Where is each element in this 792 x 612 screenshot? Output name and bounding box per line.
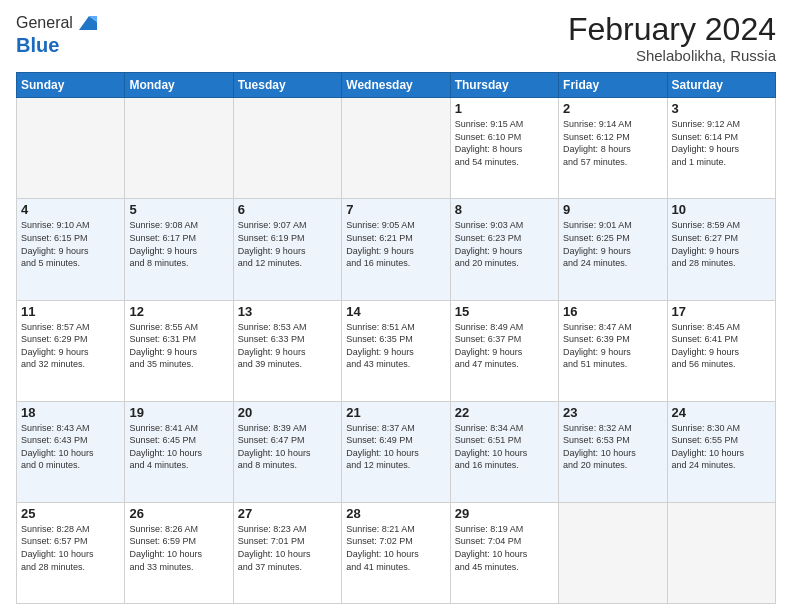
day-number: 28 xyxy=(346,506,445,521)
calendar-cell: 11Sunrise: 8:57 AM Sunset: 6:29 PM Dayli… xyxy=(17,300,125,401)
day-info: Sunrise: 8:57 AM Sunset: 6:29 PM Dayligh… xyxy=(21,321,120,371)
day-number: 26 xyxy=(129,506,228,521)
calendar-week-row: 11Sunrise: 8:57 AM Sunset: 6:29 PM Dayli… xyxy=(17,300,776,401)
calendar-cell: 16Sunrise: 8:47 AM Sunset: 6:39 PM Dayli… xyxy=(559,300,667,401)
day-info: Sunrise: 8:41 AM Sunset: 6:45 PM Dayligh… xyxy=(129,422,228,472)
weekday-header: Friday xyxy=(559,73,667,98)
calendar-cell: 29Sunrise: 8:19 AM Sunset: 7:04 PM Dayli… xyxy=(450,502,558,603)
day-info: Sunrise: 8:26 AM Sunset: 6:59 PM Dayligh… xyxy=(129,523,228,573)
day-number: 10 xyxy=(672,202,771,217)
calendar-cell: 17Sunrise: 8:45 AM Sunset: 6:41 PM Dayli… xyxy=(667,300,775,401)
calendar-week-row: 4Sunrise: 9:10 AM Sunset: 6:15 PM Daylig… xyxy=(17,199,776,300)
day-number: 4 xyxy=(21,202,120,217)
day-number: 27 xyxy=(238,506,337,521)
calendar-week-row: 25Sunrise: 8:28 AM Sunset: 6:57 PM Dayli… xyxy=(17,502,776,603)
day-info: Sunrise: 9:08 AM Sunset: 6:17 PM Dayligh… xyxy=(129,219,228,269)
day-info: Sunrise: 8:51 AM Sunset: 6:35 PM Dayligh… xyxy=(346,321,445,371)
day-number: 25 xyxy=(21,506,120,521)
calendar-cell: 3Sunrise: 9:12 AM Sunset: 6:14 PM Daylig… xyxy=(667,98,775,199)
day-number: 16 xyxy=(563,304,662,319)
day-number: 14 xyxy=(346,304,445,319)
day-number: 13 xyxy=(238,304,337,319)
calendar-header-row: SundayMondayTuesdayWednesdayThursdayFrid… xyxy=(17,73,776,98)
calendar-cell: 25Sunrise: 8:28 AM Sunset: 6:57 PM Dayli… xyxy=(17,502,125,603)
day-info: Sunrise: 8:53 AM Sunset: 6:33 PM Dayligh… xyxy=(238,321,337,371)
day-number: 12 xyxy=(129,304,228,319)
day-info: Sunrise: 8:28 AM Sunset: 6:57 PM Dayligh… xyxy=(21,523,120,573)
day-number: 22 xyxy=(455,405,554,420)
calendar-cell: 10Sunrise: 8:59 AM Sunset: 6:27 PM Dayli… xyxy=(667,199,775,300)
calendar-cell: 23Sunrise: 8:32 AM Sunset: 6:53 PM Dayli… xyxy=(559,401,667,502)
day-number: 29 xyxy=(455,506,554,521)
day-info: Sunrise: 8:34 AM Sunset: 6:51 PM Dayligh… xyxy=(455,422,554,472)
day-info: Sunrise: 8:55 AM Sunset: 6:31 PM Dayligh… xyxy=(129,321,228,371)
calendar-cell: 12Sunrise: 8:55 AM Sunset: 6:31 PM Dayli… xyxy=(125,300,233,401)
calendar-cell: 2Sunrise: 9:14 AM Sunset: 6:12 PM Daylig… xyxy=(559,98,667,199)
calendar-cell: 18Sunrise: 8:43 AM Sunset: 6:43 PM Dayli… xyxy=(17,401,125,502)
day-number: 19 xyxy=(129,405,228,420)
day-number: 7 xyxy=(346,202,445,217)
page: General Blue February 2024 Shelabolikha,… xyxy=(0,0,792,612)
day-number: 20 xyxy=(238,405,337,420)
calendar-cell: 6Sunrise: 9:07 AM Sunset: 6:19 PM Daylig… xyxy=(233,199,341,300)
calendar-cell: 8Sunrise: 9:03 AM Sunset: 6:23 PM Daylig… xyxy=(450,199,558,300)
calendar-cell: 28Sunrise: 8:21 AM Sunset: 7:02 PM Dayli… xyxy=(342,502,450,603)
day-info: Sunrise: 8:23 AM Sunset: 7:01 PM Dayligh… xyxy=(238,523,337,573)
calendar-title: February 2024 xyxy=(568,12,776,47)
calendar-cell xyxy=(17,98,125,199)
day-info: Sunrise: 8:37 AM Sunset: 6:49 PM Dayligh… xyxy=(346,422,445,472)
day-info: Sunrise: 8:39 AM Sunset: 6:47 PM Dayligh… xyxy=(238,422,337,472)
logo-icon xyxy=(75,12,97,34)
day-info: Sunrise: 9:01 AM Sunset: 6:25 PM Dayligh… xyxy=(563,219,662,269)
logo-general-text: General xyxy=(16,14,73,32)
day-info: Sunrise: 9:03 AM Sunset: 6:23 PM Dayligh… xyxy=(455,219,554,269)
calendar-cell: 27Sunrise: 8:23 AM Sunset: 7:01 PM Dayli… xyxy=(233,502,341,603)
day-number: 6 xyxy=(238,202,337,217)
weekday-header: Monday xyxy=(125,73,233,98)
day-info: Sunrise: 8:49 AM Sunset: 6:37 PM Dayligh… xyxy=(455,321,554,371)
calendar-cell: 4Sunrise: 9:10 AM Sunset: 6:15 PM Daylig… xyxy=(17,199,125,300)
day-number: 3 xyxy=(672,101,771,116)
calendar-cell xyxy=(559,502,667,603)
day-info: Sunrise: 8:21 AM Sunset: 7:02 PM Dayligh… xyxy=(346,523,445,573)
day-number: 2 xyxy=(563,101,662,116)
calendar-cell: 14Sunrise: 8:51 AM Sunset: 6:35 PM Dayli… xyxy=(342,300,450,401)
day-info: Sunrise: 9:05 AM Sunset: 6:21 PM Dayligh… xyxy=(346,219,445,269)
day-info: Sunrise: 9:14 AM Sunset: 6:12 PM Dayligh… xyxy=(563,118,662,168)
day-number: 23 xyxy=(563,405,662,420)
day-info: Sunrise: 9:12 AM Sunset: 6:14 PM Dayligh… xyxy=(672,118,771,168)
day-info: Sunrise: 8:32 AM Sunset: 6:53 PM Dayligh… xyxy=(563,422,662,472)
day-info: Sunrise: 8:19 AM Sunset: 7:04 PM Dayligh… xyxy=(455,523,554,573)
calendar-cell: 20Sunrise: 8:39 AM Sunset: 6:47 PM Dayli… xyxy=(233,401,341,502)
calendar-cell: 15Sunrise: 8:49 AM Sunset: 6:37 PM Dayli… xyxy=(450,300,558,401)
day-info: Sunrise: 8:59 AM Sunset: 6:27 PM Dayligh… xyxy=(672,219,771,269)
calendar-cell: 5Sunrise: 9:08 AM Sunset: 6:17 PM Daylig… xyxy=(125,199,233,300)
day-number: 17 xyxy=(672,304,771,319)
calendar-cell: 24Sunrise: 8:30 AM Sunset: 6:55 PM Dayli… xyxy=(667,401,775,502)
logo: General Blue xyxy=(16,12,97,57)
title-block: February 2024 Shelabolikha, Russia xyxy=(568,12,776,64)
day-info: Sunrise: 8:30 AM Sunset: 6:55 PM Dayligh… xyxy=(672,422,771,472)
calendar-table: SundayMondayTuesdayWednesdayThursdayFrid… xyxy=(16,72,776,604)
day-number: 8 xyxy=(455,202,554,217)
calendar-week-row: 18Sunrise: 8:43 AM Sunset: 6:43 PM Dayli… xyxy=(17,401,776,502)
calendar-subtitle: Shelabolikha, Russia xyxy=(568,47,776,64)
day-info: Sunrise: 9:15 AM Sunset: 6:10 PM Dayligh… xyxy=(455,118,554,168)
calendar-cell xyxy=(233,98,341,199)
calendar-cell: 19Sunrise: 8:41 AM Sunset: 6:45 PM Dayli… xyxy=(125,401,233,502)
calendar-cell: 9Sunrise: 9:01 AM Sunset: 6:25 PM Daylig… xyxy=(559,199,667,300)
day-number: 1 xyxy=(455,101,554,116)
calendar-cell: 13Sunrise: 8:53 AM Sunset: 6:33 PM Dayli… xyxy=(233,300,341,401)
logo-blue-text: Blue xyxy=(16,34,97,57)
weekday-header: Wednesday xyxy=(342,73,450,98)
day-number: 9 xyxy=(563,202,662,217)
header: General Blue February 2024 Shelabolikha,… xyxy=(16,12,776,64)
calendar-cell: 7Sunrise: 9:05 AM Sunset: 6:21 PM Daylig… xyxy=(342,199,450,300)
day-info: Sunrise: 9:07 AM Sunset: 6:19 PM Dayligh… xyxy=(238,219,337,269)
day-number: 15 xyxy=(455,304,554,319)
weekday-header: Thursday xyxy=(450,73,558,98)
day-number: 11 xyxy=(21,304,120,319)
day-number: 18 xyxy=(21,405,120,420)
calendar-cell: 26Sunrise: 8:26 AM Sunset: 6:59 PM Dayli… xyxy=(125,502,233,603)
weekday-header: Saturday xyxy=(667,73,775,98)
